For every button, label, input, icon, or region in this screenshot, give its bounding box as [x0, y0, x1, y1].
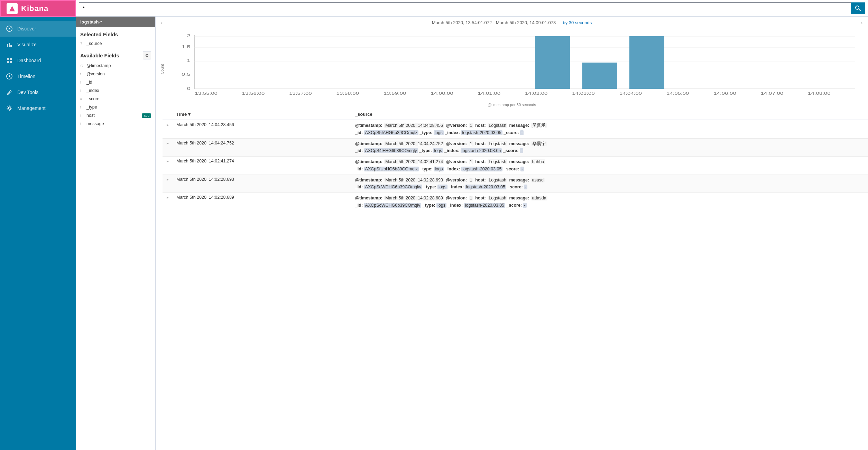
field-type-question: ? — [80, 41, 84, 46]
time-cell: March 5th 2020, 14:04:24.752 — [173, 138, 352, 157]
svg-rect-7 — [10, 58, 12, 60]
logo-text: Kibana — [21, 4, 48, 13]
chart-container: Count 0 0.5 1 1.5 2 — [156, 29, 868, 109]
field-name-version: @version — [86, 72, 151, 76]
table-area: Time ▾ _source ►March 5th 2020, 14:04:28… — [156, 109, 868, 450]
y-axis-label: Count — [160, 64, 164, 74]
field-item-timestamp[interactable]: ⊙ @timestamp — [76, 62, 155, 70]
svg-rect-4 — [9, 43, 10, 47]
chart-header: ‹ March 5th 2020, 13:54:01.072 - March 5… — [156, 17, 868, 29]
sidebar-item-discover[interactable]: Discover — [0, 21, 76, 37]
sidebar-item-discover-label: Discover — [17, 26, 36, 31]
field-item-index[interactable]: t _index — [76, 86, 155, 95]
field-type-t2: t — [80, 80, 84, 84]
gear-icon — [6, 104, 13, 112]
expand-button[interactable]: ► — [166, 123, 169, 127]
results-table: Time ▾ _source ►March 5th 2020, 14:04:28… — [163, 109, 868, 211]
svg-text:0.5: 0.5 — [182, 72, 191, 76]
time-cell: March 5th 2020, 14:02:28.693 — [173, 175, 352, 193]
svg-text:14:04:00: 14:04:00 — [619, 92, 642, 96]
field-type-t5: t — [80, 113, 84, 118]
sidebar-item-management-label: Management — [17, 105, 46, 111]
expand-button[interactable]: ► — [166, 141, 169, 145]
field-item-source[interactable]: ? _source — [76, 39, 155, 48]
fields-panel: logstash-* Selected Fields ? _source Ava… — [76, 17, 156, 450]
svg-text:13:57:00: 13:57:00 — [289, 92, 312, 96]
sidebar-item-visualize[interactable]: Visualize — [0, 37, 76, 53]
svg-point-13 — [8, 107, 10, 109]
time-cell: March 5th 2020, 14:02:41.274 — [173, 157, 352, 175]
bar-7 — [535, 36, 570, 89]
svg-text:14:06:00: 14:06:00 — [713, 92, 736, 96]
expand-button[interactable]: ► — [166, 196, 169, 199]
wrench-icon — [6, 88, 13, 96]
source-cell: @timestamp: March 5th 2020, 14:02:28.689… — [352, 193, 868, 211]
time-cell: March 5th 2020, 14:02:28.689 — [173, 193, 352, 211]
svg-text:14:05:00: 14:05:00 — [666, 92, 689, 96]
source-cell: @timestamp: March 5th 2020, 14:02:28.693… — [352, 175, 868, 193]
col-time-header[interactable]: Time ▾ — [173, 109, 352, 120]
svg-text:0: 0 — [187, 86, 191, 91]
logo-icon — [7, 3, 18, 14]
svg-line-12 — [9, 76, 10, 77]
table-row: ►March 5th 2020, 14:02:41.274@timestamp:… — [163, 157, 868, 175]
svg-line-15 — [859, 9, 860, 11]
sidebar-item-devtools-label: Dev Tools — [17, 90, 38, 95]
sidebar-item-visualize-label: Visualize — [17, 42, 37, 47]
chart-nav-right[interactable]: › — [858, 19, 865, 26]
chart-time-range: March 5th 2020, 13:54:01.072 - March 5th… — [432, 20, 556, 25]
sidebar-item-devtools[interactable]: Dev Tools — [0, 84, 76, 100]
main-area: logstash-* Selected Fields ? _source Ava… — [76, 0, 868, 450]
sidebar-item-dashboard[interactable]: Dashboard — [0, 53, 76, 68]
field-item-type[interactable]: t _type — [76, 103, 155, 111]
content-area: logstash-* Selected Fields ? _source Ava… — [76, 17, 868, 450]
add-host-badge[interactable]: add — [142, 113, 151, 118]
field-item-message[interactable]: t message — [76, 120, 155, 128]
field-type-clock: ⊙ — [80, 64, 84, 68]
clock-icon — [6, 73, 13, 80]
chart-by-seconds-link[interactable]: — by 30 seconds — [557, 20, 592, 25]
fields-settings-button[interactable]: ⚙ — [143, 51, 151, 59]
search-input[interactable] — [79, 2, 851, 14]
sidebar-item-management[interactable]: Management — [0, 100, 76, 116]
expand-button[interactable]: ► — [166, 178, 169, 181]
chart-nav-left[interactable]: ‹ — [158, 19, 165, 26]
x-axis-label: @timestamp per 30 seconds — [163, 102, 861, 109]
field-item-host[interactable]: t host add — [76, 111, 155, 120]
field-name-host: host — [86, 113, 140, 118]
svg-text:14:07:00: 14:07:00 — [761, 92, 784, 96]
field-name-type: _type — [86, 105, 151, 110]
search-bar — [76, 0, 868, 17]
bar-9 — [629, 36, 664, 89]
svg-text:14:02:00: 14:02:00 — [525, 92, 548, 96]
svg-rect-5 — [10, 45, 12, 47]
col-source-header[interactable]: _source — [352, 109, 868, 120]
histogram-chart: 0 0.5 1 1.5 2 13 — [163, 32, 861, 101]
field-name-message: message — [86, 121, 151, 126]
search-button[interactable] — [851, 2, 865, 14]
field-item-score[interactable]: # _score — [76, 95, 155, 103]
index-pattern[interactable]: logstash-* — [76, 17, 155, 27]
field-name-source: _source — [86, 41, 151, 46]
source-cell: @timestamp: March 5th 2020, 14:02:41.274… — [352, 157, 868, 175]
sidebar-item-timelion-label: Timelion — [17, 74, 35, 79]
sidebar-item-dashboard-label: Dashboard — [17, 58, 41, 63]
field-type-t4: t — [80, 105, 84, 109]
field-item-id[interactable]: t _id — [76, 78, 155, 86]
sidebar-item-timelion[interactable]: Timelion — [0, 68, 76, 84]
svg-rect-8 — [7, 61, 9, 63]
svg-rect-3 — [7, 44, 8, 47]
logo[interactable]: Kibana — [0, 0, 76, 17]
compass-icon — [6, 25, 13, 32]
svg-text:14:01:00: 14:01:00 — [478, 92, 501, 96]
source-cell: @timestamp: March 5th 2020, 14:04:24.752… — [352, 138, 868, 157]
sidebar-nav: Discover Visualize Dashboar — [0, 17, 76, 116]
field-type-hash: # — [80, 97, 84, 101]
field-item-version[interactable]: t @version — [76, 70, 155, 78]
grid-icon — [6, 57, 13, 64]
svg-text:14:08:00: 14:08:00 — [808, 92, 831, 96]
table-row: ►March 5th 2020, 14:04:24.752@timestamp:… — [163, 138, 868, 157]
expand-button[interactable]: ► — [166, 159, 169, 163]
chart-main: ‹ March 5th 2020, 13:54:01.072 - March 5… — [156, 17, 868, 450]
svg-text:1.5: 1.5 — [182, 45, 191, 49]
